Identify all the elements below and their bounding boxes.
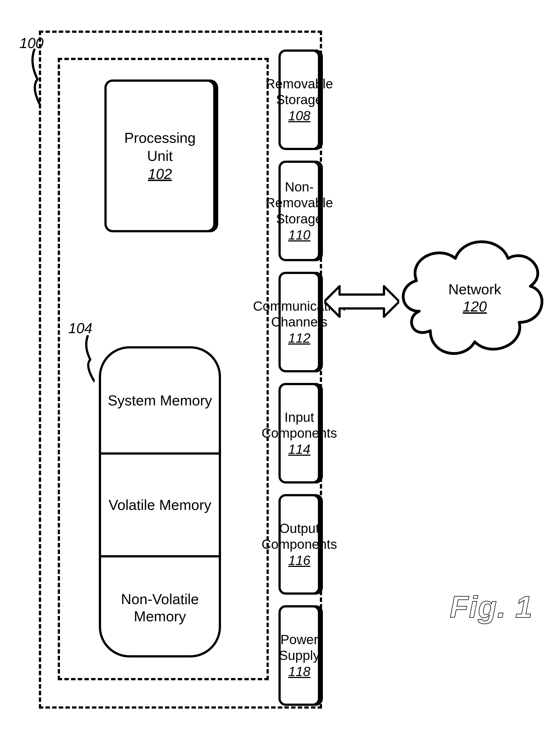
network-cloud-label-group: Network 120 [433, 281, 516, 315]
basic-config-box: Processing Unit 102 104 System Memory Vo… [58, 58, 269, 680]
removable-storage-box: Removable Storage 108 [278, 50, 320, 150]
output-components-label: Output Components [262, 521, 337, 552]
input-components-label: Input Components [262, 410, 337, 441]
computing-device-box: Processing Unit 102 104 System Memory Vo… [39, 31, 322, 709]
power-supply-ref: 118 [288, 664, 310, 679]
system-memory-block: System Memory Volatile Memory Non-Volati… [99, 346, 221, 657]
input-components-ref: 114 [288, 442, 310, 457]
network-ref: 120 [463, 298, 487, 315]
power-supply-box: Power Supply 118 [278, 605, 320, 706]
processing-unit-block: Processing Unit 102 [104, 79, 215, 232]
network-label: Network [449, 281, 501, 297]
communication-channels-label: Communication Channels [253, 299, 346, 330]
communication-channels-box: Communication Channels 112 [278, 272, 320, 372]
system-memory-row: System Memory [101, 349, 219, 452]
removable-storage-label: Removable Storage [266, 76, 333, 107]
output-components-box: Output Components 116 [278, 494, 320, 595]
memory-brace [84, 335, 95, 382]
processing-unit-label: Processing Unit [124, 130, 195, 164]
figure-label: Fig. 1 [450, 589, 533, 625]
patent-figure-page: 100 Processing Unit 102 104 System Memor… [0, 0, 560, 750]
volatile-memory-row: Volatile Memory [101, 452, 219, 555]
removable-storage-ref: 108 [288, 108, 310, 123]
nonremovable-storage-label: Non-Removable Storage [266, 179, 333, 226]
nonvolatile-memory-row: Non-Volatile Memory [101, 555, 219, 657]
nonremovable-storage-ref: 110 [288, 228, 310, 242]
input-components-box: Input Components 114 [278, 383, 320, 483]
output-components-ref: 116 [288, 553, 310, 568]
power-supply-label: Power Supply [279, 632, 320, 663]
memory-ref-label: 104 [68, 320, 92, 336]
nonremovable-storage-box: Non-Removable Storage 110 [278, 161, 320, 261]
communication-channels-ref: 112 [288, 331, 310, 346]
processing-unit-ref: 102 [148, 166, 172, 182]
